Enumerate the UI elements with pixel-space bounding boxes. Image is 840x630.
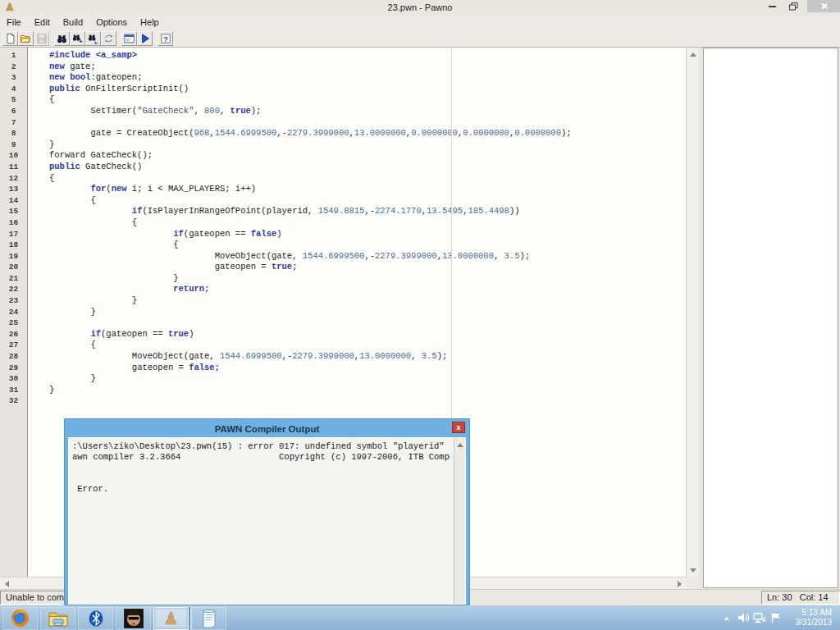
code-line: } [49,139,686,151]
code-line: { [49,240,686,251]
dialog-close-button[interactable]: x [452,422,465,433]
line-number: 7 [0,117,27,129]
scroll-up-arrow[interactable] [687,48,699,60]
photo-viewer-icon [124,609,144,628]
pawno-icon: ♟ [164,610,179,627]
compile-button[interactable] [121,31,137,46]
compiler-output-line: :\Users\ziko\Desktop\23.pwn(15) : error … [72,441,454,452]
code-line: { [49,340,686,351]
help-icon: ? [160,33,171,44]
menu-build[interactable]: Build [57,16,89,30]
line-number: 27 [0,340,27,351]
new-file-button[interactable] [2,31,18,46]
scroll-left-arrow[interactable] [1,578,12,589]
line-number: 26 [0,329,27,340]
replace-button[interactable] [101,31,116,46]
line-number-gutter: 1234567891011121314151617181920212223242… [0,48,28,577]
taskbar-pawno-button[interactable]: ♟ [153,607,189,630]
scroll-down-arrow[interactable] [687,564,699,576]
line-number: 4 [0,84,27,95]
code-line: new bool:gateopen; [49,72,686,84]
find-previous-button[interactable] [85,31,101,46]
restore-button[interactable] [783,0,804,12]
line-number: 13 [0,184,27,195]
close-button[interactable] [807,0,840,12]
line-number: 17 [0,229,27,240]
code-line: { [49,217,686,229]
code-line: if(gateopen == false) [49,229,686,240]
replace-arrows-icon [103,33,115,44]
taskbar-clock[interactable]: 5:13 AM 3/31/2013 [789,608,832,628]
line-number: 8 [0,128,27,139]
line-number: 22 [0,284,27,295]
dialog-title-bar[interactable]: PAWN Compiler Output [68,422,466,437]
find-next-button[interactable] [70,31,85,46]
line-number: 14 [0,195,27,207]
line-number: 18 [0,240,27,251]
scroll-right-arrow[interactable] [673,578,685,589]
code-line: } [49,307,686,318]
taskbar-bluetooth-button[interactable] [78,607,113,630]
line-number: 6 [0,106,27,117]
minimize-icon [769,6,776,7]
code-line: forward GateCheck(); [49,150,686,162]
save-button[interactable] [34,31,49,46]
code-line: } [49,273,686,285]
line-number: 20 [0,262,27,273]
menu-options[interactable]: Options [89,16,134,30]
code-line: public OnFilterScriptInit() [49,84,686,95]
compiler-output-text: :\Users\ziko\Desktop\23.pwn(15) : error … [69,438,454,604]
scrollbar-corner [686,577,699,589]
run-button[interactable] [137,31,153,46]
taskbar-notepad-button[interactable] [191,607,226,630]
code-line: if(IsPlayerInRangeOfPoint(playerid, 1549… [49,206,686,217]
line-number: 1 [0,50,27,62]
code-line: MoveObject(gate, 1544.6999500,-2279.3999… [49,251,686,262]
minimize-button[interactable] [761,0,783,12]
compiler-output-line: Error. [72,484,454,495]
find-button[interactable] [54,31,70,46]
code-line: MoveObject(gate, 1544.6999500,-2279.3999… [49,351,686,363]
dialog-scroll-up-arrow[interactable] [454,440,465,450]
line-number: 31 [0,385,27,396]
function-list-panel[interactable] [703,48,838,588]
new-document-icon [5,33,16,44]
volume-tray-button[interactable] [735,605,751,630]
menu-file[interactable]: File [0,16,28,30]
editor-vertical-scrollbar[interactable] [686,48,699,577]
line-number: 28 [0,351,27,363]
title-bar: ♟ 23.pwn - Pawno [0,0,840,16]
menu-help[interactable]: Help [134,16,166,30]
dialog-scrollbar[interactable] [454,438,465,604]
taskbar: ♟ [0,605,840,630]
code-line: public GateCheck() [49,162,686,173]
compile-window-icon [123,33,135,44]
open-folder-icon [20,33,32,44]
code-line: } [49,385,686,396]
taskbar-explorer-button[interactable] [40,607,75,630]
hidden-icons-button[interactable] [719,605,735,630]
restore-icon [789,2,798,11]
file-explorer-icon [48,609,69,628]
close-icon [820,2,828,10]
code-line: new gate; [49,62,686,73]
code-line: } [49,373,686,385]
open-file-button[interactable] [18,31,34,46]
network-tray-button[interactable] [751,605,768,630]
code-line: SetTimer("GateCheck", 800, true); [49,106,686,117]
help-button[interactable]: ? [158,31,173,46]
compiler-output-line [72,473,454,484]
line-number: 21 [0,273,27,285]
window-title: 23.pwn - Pawno [0,0,840,15]
code-line: { [49,94,686,106]
compiler-output-area[interactable]: :\Users\ziko\Desktop\23.pwn(15) : error … [68,437,466,605]
line-number: 11 [0,162,27,173]
taskbar-photo-button[interactable] [116,607,151,630]
code-line: for(new i; i < MAX_PLAYERS; i++) [49,184,686,195]
taskbar-firefox-button[interactable] [2,607,38,630]
line-number: 5 [0,94,27,106]
code-line: #include <a_samp> [49,50,686,62]
action-center-tray-button[interactable] [768,605,784,630]
menu-edit[interactable]: Edit [28,16,57,30]
code-line: gateopen = true; [49,262,686,273]
